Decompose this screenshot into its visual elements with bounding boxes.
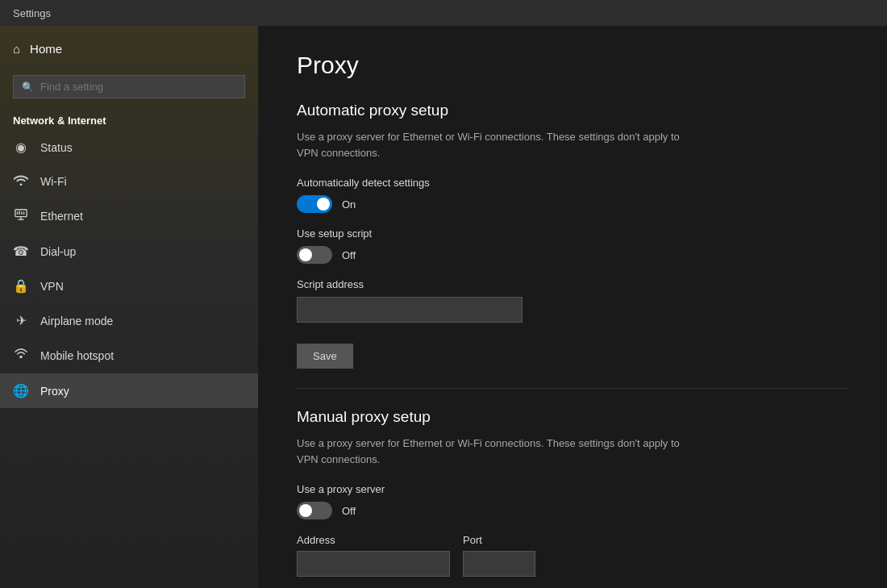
setup-script-state: Off <box>342 249 356 261</box>
sidebar: ⌂ Home 🔍 Network & Internet ◉ Status Wi-… <box>0 26 258 588</box>
hotspot-icon <box>13 348 29 364</box>
script-address-setting: Script address <box>297 278 848 323</box>
svg-point-7 <box>19 356 23 359</box>
status-icon: ◉ <box>13 140 29 155</box>
auto-detect-toggle-knob <box>317 198 330 211</box>
sidebar-item-proxy-label: Proxy <box>40 385 69 398</box>
use-proxy-state: Off <box>342 505 356 517</box>
auto-detect-toggle[interactable] <box>297 195 332 213</box>
search-box[interactable]: 🔍 <box>13 75 245 98</box>
address-label: Address <box>297 534 450 546</box>
setup-script-setting: Use setup script Off <box>297 227 848 264</box>
auto-detect-state: On <box>342 198 356 211</box>
sidebar-item-wifi[interactable]: Wi-Fi <box>0 165 258 198</box>
page-title: Proxy <box>297 52 848 79</box>
sidebar-item-home[interactable]: ⌂ Home <box>0 26 258 72</box>
search-icon: 🔍 <box>22 81 34 93</box>
script-address-label: Script address <box>297 278 848 290</box>
sidebar-item-proxy[interactable]: 🌐 Proxy <box>0 373 258 408</box>
sidebar-category: Network & Internet <box>0 108 258 130</box>
sidebar-item-ethernet-label: Ethernet <box>40 210 83 223</box>
sidebar-item-dialup[interactable]: ☎ Dial-up <box>0 234 258 269</box>
home-icon: ⌂ <box>13 42 20 56</box>
auto-detect-label: Automatically detect settings <box>297 177 848 189</box>
use-proxy-toggle-knob <box>299 504 312 517</box>
script-address-input[interactable] <box>297 297 523 323</box>
proxy-icon: 🌐 <box>13 383 29 398</box>
sidebar-item-airplane[interactable]: ✈ Airplane mode <box>0 303 258 338</box>
sidebar-item-hotspot-label: Mobile hotspot <box>40 349 114 362</box>
sidebar-item-vpn[interactable]: 🔒 VPN <box>0 269 258 303</box>
wifi-icon <box>13 174 29 189</box>
sidebar-item-airplane-label: Airplane mode <box>40 315 113 327</box>
address-port-row: Address Port <box>297 534 848 577</box>
section-divider <box>297 388 848 389</box>
sidebar-item-ethernet[interactable]: Ethernet <box>0 198 258 234</box>
sidebar-item-wifi-label: Wi-Fi <box>40 175 67 188</box>
automatic-section-title: Automatic proxy setup <box>297 102 848 119</box>
sidebar-item-dialup-label: Dial-up <box>40 245 76 258</box>
title-bar-label: Settings <box>13 7 51 19</box>
dialup-icon: ☎ <box>13 244 29 259</box>
address-input[interactable] <box>297 551 450 577</box>
vpn-icon: 🔒 <box>13 278 29 294</box>
automatic-description: Use a proxy server for Ethernet or Wi-Fi… <box>297 129 700 161</box>
search-input[interactable] <box>40 81 236 93</box>
sidebar-item-status-label: Status <box>40 141 73 154</box>
airplane-icon: ✈ <box>13 313 29 328</box>
main-content: Proxy Automatic proxy setup Use a proxy … <box>258 26 887 588</box>
setup-script-toggle[interactable] <box>297 246 332 264</box>
title-bar: Settings <box>0 0 887 26</box>
manual-section-title: Manual proxy setup <box>297 408 848 426</box>
use-proxy-label: Use a proxy server <box>297 483 848 495</box>
sidebar-item-vpn-label: VPN <box>40 280 64 293</box>
setup-script-toggle-knob <box>299 248 312 261</box>
port-field-group: Port <box>463 534 535 577</box>
setup-script-label: Use setup script <box>297 227 848 240</box>
use-proxy-toggle-row: Off <box>297 502 848 519</box>
port-label: Port <box>463 534 535 546</box>
manual-description: Use a proxy server for Ethernet or Wi-Fi… <box>297 436 700 467</box>
sidebar-home-label: Home <box>30 42 62 56</box>
ethernet-icon <box>13 208 29 224</box>
sidebar-item-hotspot[interactable]: Mobile hotspot <box>0 338 258 373</box>
auto-detect-setting: Automatically detect settings On <box>297 177 848 213</box>
auto-detect-toggle-row: On <box>297 195 848 213</box>
sidebar-item-status[interactable]: ◉ Status <box>0 130 258 165</box>
address-field-group: Address <box>297 534 450 577</box>
use-proxy-toggle[interactable] <box>297 502 332 519</box>
port-input[interactable] <box>463 551 535 577</box>
setup-script-toggle-row: Off <box>297 246 848 264</box>
use-proxy-setting: Use a proxy server Off <box>297 483 848 519</box>
save-button[interactable]: Save <box>297 344 353 369</box>
